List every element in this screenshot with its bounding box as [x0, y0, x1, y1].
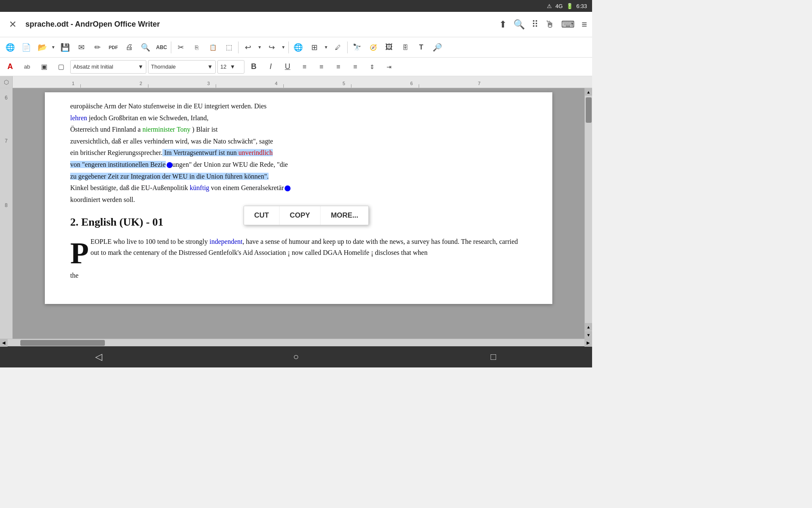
scroll-thumb[interactable] — [586, 97, 592, 123]
scroll-up-button[interactable]: ▲ — [585, 88, 593, 96]
link-independent[interactable]: independent — [209, 238, 242, 245]
textbox-button[interactable]: T — [414, 40, 429, 55]
apps-icon[interactable]: ⠿ — [532, 19, 538, 30]
border-button[interactable]: ▢ — [53, 60, 69, 74]
keyboard-icon[interactable]: ⌨ — [561, 19, 575, 30]
line-number-8: 8 — [5, 201, 8, 210]
ruler-mark-2: 2 — [140, 81, 142, 86]
scrollbar-vertical[interactable]: ▲ ▲ ▼ — [584, 88, 592, 339]
close-button[interactable]: ✕ — [5, 17, 20, 32]
clock: 6:33 — [576, 3, 587, 9]
font-size-select[interactable]: 12 ▼ — [217, 60, 244, 74]
email-button[interactable]: ✉ — [74, 40, 89, 55]
scroll-h-thumb[interactable] — [20, 340, 105, 346]
mouse-icon[interactable]: 🖱 — [545, 19, 554, 30]
text-cursor — [167, 162, 173, 168]
find-button[interactable]: 🔭 — [349, 40, 365, 55]
link-tony[interactable]: Tony — [177, 126, 191, 133]
copy-menu-item[interactable]: COPY — [280, 206, 321, 225]
database-button[interactable]: 🗄 — [398, 40, 413, 55]
clone-button[interactable]: ⬚ — [221, 40, 236, 55]
background-button[interactable]: ▣ — [36, 60, 52, 74]
edit-button[interactable]: ✏ — [90, 40, 105, 55]
pdf-button[interactable]: PDF — [106, 40, 121, 55]
font-color-button[interactable]: A — [3, 60, 18, 74]
navigator-button[interactable]: 🧭 — [365, 40, 381, 55]
recents-button[interactable]: □ — [481, 348, 506, 365]
title-toolbar-icons: ⬆ 🔍 ⠿ 🖱 ⌨ ≡ — [499, 19, 587, 30]
back-button[interactable]: ◁ — [86, 348, 111, 365]
search-icon[interactable]: 🔍 — [513, 19, 525, 30]
align-right-button[interactable]: ≡ — [331, 60, 346, 74]
hyperlink-button[interactable]: 🌐 — [291, 40, 306, 55]
paragraph-8: Kinkel bestätigte, daß die EU-Außenpolit… — [70, 182, 527, 193]
title-bar: ✕ sprache.odt - AndrOpen Office Writer ⬆… — [0, 12, 592, 37]
image-button[interactable]: 🖼 — [381, 40, 397, 55]
navigation-bar: ◁ ○ □ — [0, 346, 592, 367]
warning-icon: ⚠ — [547, 3, 552, 9]
text-the: the — [70, 272, 79, 279]
align-center-button[interactable]: ≡ — [314, 60, 329, 74]
line-numbers: 6 7 8 — [0, 88, 13, 339]
text-line2b: en wie Schweden, Irland, — [140, 114, 208, 121]
paragraph-7: zu gegebener Zeit zur Integration der WE… — [70, 171, 527, 182]
ruler-content: 1 2 3 4 5 6 7 — [13, 76, 592, 88]
cut-menu-item[interactable]: CUT — [244, 206, 280, 225]
ruler: ⬡ 1 2 3 4 5 6 7 — [0, 76, 592, 88]
scroll-left-button[interactable]: ◀ — [0, 339, 8, 347]
spellcheck-button[interactable]: ABC — [154, 40, 169, 55]
scrollbar-horizontal[interactable]: ◀ ▶ — [0, 339, 592, 346]
open-dropdown[interactable]: ▼ — [50, 40, 57, 55]
scroll-right-button[interactable]: ▶ — [584, 339, 592, 347]
highlight-button[interactable]: ab — [19, 60, 35, 74]
document-scroll[interactable]: europäische Arm der Nato stufenweise in … — [13, 88, 584, 339]
line-number-7: 7 — [5, 136, 8, 146]
scroll-down-button-2[interactable]: ▼ — [585, 331, 593, 339]
menu-icon[interactable]: ≡ — [582, 19, 587, 30]
selected-text-red: unverindlich — [239, 149, 273, 156]
link-lehren[interactable]: lehren — [70, 114, 87, 121]
paragraph-4: zuversichtlich, daß er alles verhindern … — [70, 136, 527, 147]
link-nierminister[interactable]: nierminister — [143, 126, 175, 133]
underline-button[interactable]: U — [280, 60, 295, 74]
font-select[interactable]: Thorndale ▼ — [148, 60, 216, 74]
undo-button[interactable]: ↩ — [240, 40, 255, 55]
cut-button[interactable]: ✂ — [173, 40, 188, 55]
list-indent-button[interactable]: ⇥ — [381, 60, 397, 74]
redo-dropdown[interactable]: ▼ — [280, 40, 287, 55]
line-spacing-button[interactable]: ⇕ — [365, 60, 380, 74]
paragraph-9: koordiniert werden soll. — [70, 194, 527, 205]
network-indicator: 4G — [555, 3, 562, 9]
scroll-down-button-1[interactable]: ▲ — [585, 323, 593, 331]
findzoom-button[interactable]: 🔎 — [430, 40, 445, 55]
paragraph-6: von "engeren institutionellen Bezieungen… — [70, 159, 527, 170]
bold-button[interactable]: B — [246, 60, 261, 74]
globe-button[interactable]: 🌐 — [3, 40, 18, 55]
copy-button[interactable]: ⎘ — [189, 40, 204, 55]
align-left-button[interactable]: ≡ — [297, 60, 312, 74]
table-button[interactable]: ⊞ — [307, 40, 322, 55]
table-dropdown[interactable]: ▼ — [323, 40, 329, 55]
italic-button[interactable]: I — [263, 60, 278, 74]
open-button[interactable]: 📂 — [35, 40, 50, 55]
more-menu-item[interactable]: MORE... — [321, 206, 368, 225]
print-button[interactable]: 🖨 — [122, 40, 137, 55]
draw-button[interactable]: 🖊 — [330, 40, 346, 55]
undo-dropdown[interactable]: ▼ — [256, 40, 263, 55]
link-kuenftig[interactable]: künftig — [190, 184, 209, 191]
save-button[interactable]: 💾 — [58, 40, 73, 55]
text-line4: zuversichtlich, daß er alles verhindern … — [70, 138, 273, 145]
home-button[interactable]: ○ — [283, 348, 309, 365]
zoom-button[interactable]: 🔍 — [138, 40, 153, 55]
align-justify-button[interactable]: ≡ — [348, 60, 363, 74]
text-line3c: ) Blair ist — [192, 126, 217, 133]
share-icon[interactable]: ⬆ — [499, 19, 507, 30]
selected-text-3: zu gegebener Zeit zur Integration der WE… — [70, 173, 269, 180]
redo-button[interactable]: ↪ — [264, 40, 279, 55]
new-button[interactable]: 📄 — [19, 40, 34, 55]
paste-button[interactable]: 📋 — [205, 40, 220, 55]
paragraph-2: lehren jedoch Großbritan en wie Schweden… — [70, 113, 527, 124]
paragraph-style-select[interactable]: Absatz mit Initial ▼ — [70, 60, 146, 74]
main-toolbar: 🌐 📄 📂 ▼ 💾 ✉ ✏ PDF 🖨 🔍 ABC ✂ ⎘ 📋 ⬚ ↩ ▼ ↪ … — [0, 37, 592, 58]
scroll-h-track[interactable] — [8, 339, 584, 346]
